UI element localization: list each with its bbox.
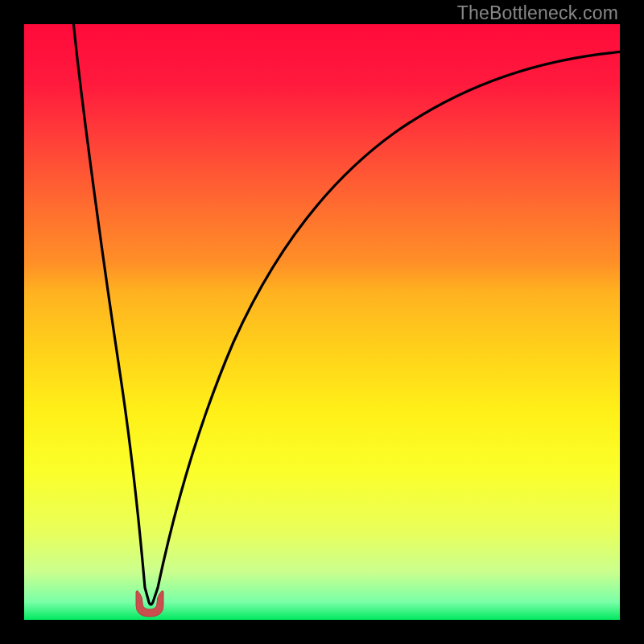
watermark-text: TheBottleneck.com xyxy=(457,2,618,24)
curve-path xyxy=(73,24,620,605)
plot-area xyxy=(24,24,620,620)
bottleneck-curve xyxy=(24,24,620,620)
v-marker-icon xyxy=(131,589,168,618)
v-marker xyxy=(131,589,168,618)
